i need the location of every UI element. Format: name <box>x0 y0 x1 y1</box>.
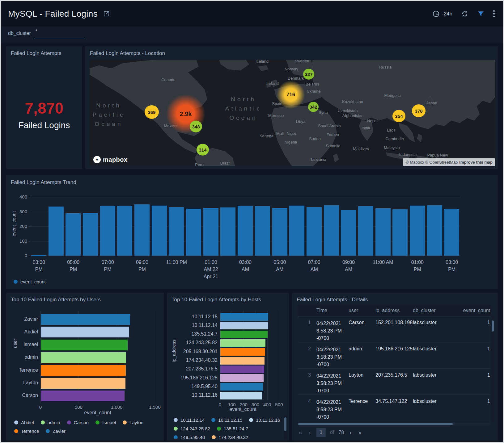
country-label: Mongolia <box>384 93 401 98</box>
x-tick-line: PM <box>438 266 466 273</box>
hosts-bar[interactable] <box>220 313 268 321</box>
map-canvas[interactable]: North Pacific OceanNorth Atlantic OceanC… <box>90 60 495 166</box>
column-header: event_count <box>459 308 491 313</box>
table-row[interactable]: 304/22/20213:58:23 PM-0700Layton207.235.… <box>298 369 491 395</box>
trend-bar[interactable] <box>100 206 115 256</box>
trend-bar[interactable] <box>272 208 287 256</box>
trend-bar[interactable] <box>255 206 270 256</box>
table-row[interactable]: 504/22/20213:58:23 PM-0700Abdiel107.198.… <box>298 421 491 421</box>
y-tick-label: 100 <box>14 238 27 244</box>
table-horizontal-scrollbar-thumb[interactable] <box>298 423 453 425</box>
db-cluster-filter-input[interactable]: * <box>34 29 85 38</box>
cell-user: admin <box>349 342 375 368</box>
table-vertical-scrollbar-thumb[interactable] <box>492 320 494 332</box>
category-label: 10.11.12.14 <box>169 323 218 328</box>
share-icon[interactable] <box>103 10 110 18</box>
mapbox-logo[interactable]: ✦ mapbox <box>93 156 128 163</box>
pagination-first-button[interactable]: « <box>298 429 303 436</box>
users-bar[interactable] <box>41 352 126 363</box>
trend-bar[interactable] <box>410 206 425 256</box>
pagination-prev-button[interactable]: ‹ <box>308 429 312 436</box>
cell-event-count: 1 <box>459 342 491 368</box>
cell-time: 04/22/20213:58:23 PM-0700 <box>311 395 349 421</box>
table-row[interactable]: 404/22/20213:58:23 PM-0700Terrence34.75.… <box>298 395 491 421</box>
time-range-button[interactable]: -24h <box>433 10 452 17</box>
trend-bar[interactable] <box>341 210 356 256</box>
trend-bar[interactable] <box>392 209 408 256</box>
top-bar: MySQL - Failed Logins -24h <box>1 1 503 26</box>
trend-bar[interactable] <box>186 209 201 256</box>
trend-bar[interactable] <box>134 204 150 256</box>
hosts-bar[interactable] <box>220 339 265 347</box>
improve-map-link[interactable]: Improve this map <box>459 160 493 165</box>
pagination-last-button[interactable]: » <box>357 429 363 436</box>
pagination-current-page[interactable]: 1 <box>316 428 326 437</box>
users-bar[interactable] <box>41 378 125 389</box>
hosts-bar[interactable] <box>220 348 265 356</box>
hosts-bar[interactable] <box>220 383 263 391</box>
map-cluster-bubble[interactable]: 378 <box>412 104 426 117</box>
trend-bar[interactable] <box>427 205 442 256</box>
failed-logins-label: Failed Logins <box>6 120 82 130</box>
trend-bar[interactable] <box>117 206 132 256</box>
kebab-menu-icon[interactable] <box>493 10 495 17</box>
x-tick-line: 09:00 <box>335 259 362 266</box>
category-label: admin <box>9 354 38 360</box>
trend-bar[interactable] <box>31 255 46 256</box>
trend-bar[interactable] <box>49 207 64 256</box>
trend-bar[interactable] <box>66 213 81 256</box>
hosts-bar[interactable] <box>220 392 262 399</box>
map-cluster-bubble[interactable]: 369 <box>145 105 159 119</box>
trend-bar[interactable] <box>358 206 373 256</box>
time-line: -0700 <box>316 413 349 421</box>
trend-bar[interactable] <box>169 207 184 256</box>
map-cluster-bubble[interactable]: 354 <box>392 110 405 122</box>
users-bar[interactable] <box>41 327 129 337</box>
x-tick-line: AM 22 <box>197 266 225 273</box>
hosts-bar[interactable] <box>220 374 264 382</box>
cell-user: Abdiel <box>349 421 375 421</box>
users-bar[interactable] <box>41 340 128 350</box>
hosts-bar[interactable] <box>220 357 265 365</box>
cell-db-cluster: labscluster <box>413 395 459 421</box>
map-cluster-bubble[interactable]: 716 <box>277 81 305 109</box>
users-bar[interactable] <box>41 314 130 325</box>
trend-bar[interactable] <box>444 209 459 256</box>
map-cluster-bubble[interactable]: 342 <box>308 102 319 112</box>
trend-bar[interactable] <box>289 206 304 256</box>
filter-icon[interactable] <box>477 10 485 18</box>
trend-bar[interactable] <box>375 208 391 256</box>
hosts-bar[interactable] <box>220 366 264 373</box>
trend-legend-item[interactable]: event_count <box>14 279 46 284</box>
x-tick-line: 01:00 <box>197 259 225 266</box>
refresh-button[interactable] <box>461 10 468 18</box>
trend-bar[interactable] <box>220 207 235 256</box>
users-bar[interactable] <box>41 365 126 376</box>
x-tick-line: AM <box>266 266 294 273</box>
hosts-plot-area: 010020030040050010.11.12.1510.11.12.1413… <box>167 293 289 441</box>
hosts-bar[interactable] <box>220 331 268 338</box>
trend-bar[interactable] <box>152 206 167 256</box>
table-row[interactable]: 104/22/20213:58:23 PM-0700Carson152.201.… <box>298 316 491 342</box>
column-header: Time <box>311 307 349 314</box>
users-bar[interactable] <box>41 391 125 401</box>
map-cluster-bubble[interactable]: 348 <box>190 121 202 132</box>
trend-bar[interactable] <box>203 208 218 256</box>
row-number: 5 <box>298 421 311 421</box>
trend-bar[interactable] <box>307 207 322 256</box>
trend-panel: Failed Login Attempts Trend event_count … <box>6 175 498 289</box>
panel-title: Failed Login Attempts <box>11 50 61 56</box>
column-header: user <box>349 308 375 313</box>
x-tick-line: 07:00 <box>300 259 328 266</box>
x-tick-label: 500 <box>275 402 283 407</box>
table-row[interactable]: 204/22/20213:58:23 PM-0700admin195.186.2… <box>298 342 491 369</box>
trend-bar[interactable] <box>83 213 98 256</box>
trend-bar[interactable] <box>238 206 253 256</box>
cell-event-count: 1 <box>459 421 491 421</box>
map-cluster-bubble[interactable]: 314 <box>197 144 209 156</box>
trend-bar[interactable] <box>324 205 339 256</box>
pagination-next-button[interactable]: › <box>348 429 353 436</box>
hosts-bar[interactable] <box>220 322 268 329</box>
cell-db-cluster: labscluster <box>413 316 459 342</box>
map-cluster-bubble[interactable]: 327 <box>303 69 314 80</box>
